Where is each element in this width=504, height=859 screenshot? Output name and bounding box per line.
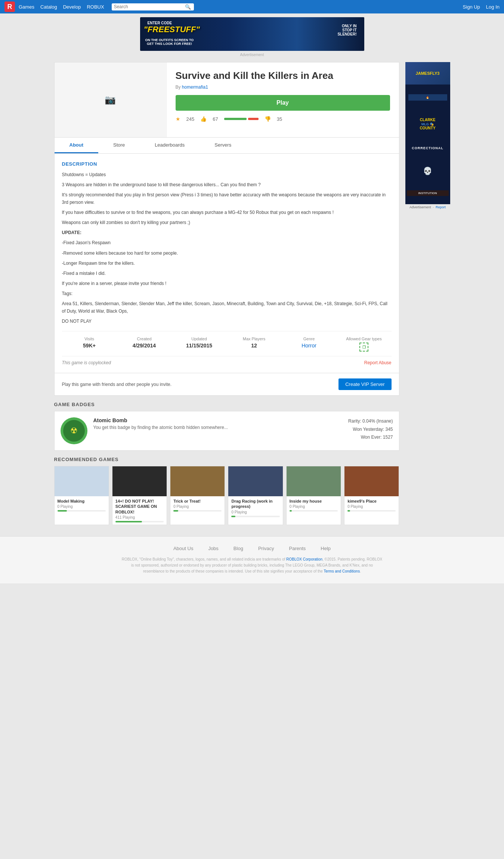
tab-about[interactable]: About <box>55 138 99 153</box>
rec-game-bar-3 <box>231 516 279 517</box>
footer-about[interactable]: About Us <box>173 546 193 551</box>
footer-legal-end: . <box>360 569 361 573</box>
left-content: 📷 Survive and Kill the Killers in Area B… <box>54 62 399 525</box>
rec-game-name-4: Inside my house <box>290 498 338 504</box>
play-button[interactable]: Play <box>176 95 390 111</box>
star-count: 245 <box>186 116 195 122</box>
create-vip-server-button[interactable]: Create VIP Server <box>338 378 391 390</box>
banner-wrapper: ENTER CODE "FREESTUFF" ON THE OUTFITS SC… <box>0 13 504 58</box>
login-link[interactable]: Log In <box>486 4 500 10</box>
stat-created-value: 4/29/2014 <box>117 343 172 349</box>
report-abuse-link[interactable]: Report Abuse <box>364 360 392 365</box>
game-title: Survive and Kill the Killers in Area <box>176 70 390 82</box>
rec-game-bar-5 <box>347 510 396 512</box>
rec-game-4[interactable]: Inside my house 0 Playing <box>286 466 341 525</box>
tabs-bar: About Store Leaderboards Servers <box>54 138 399 154</box>
banner-subtitle: ON THE OUTFITS SCREEN TO GET THIS LOOK F… <box>145 38 194 46</box>
stats-row: Visits 59K+ Created 4/29/2014 Updated 11… <box>62 331 392 352</box>
stat-gear-value: ❐ <box>337 343 392 352</box>
stat-created-label: Created <box>117 337 172 341</box>
rec-game-players-2: 0 Playing <box>173 504 222 509</box>
stat-visits-label: Visits <box>62 337 117 341</box>
footer-blog[interactable]: Blog <box>234 546 243 551</box>
stat-genre-value[interactable]: Horror <box>282 343 337 349</box>
content-panel: DESCRIPTION Shutdowns = Updates 3 Weapon… <box>54 154 399 373</box>
sidebar-ad-top: JAMESFLY3 <box>405 62 450 85</box>
rec-game-bar-0 <box>58 510 106 512</box>
signup-link[interactable]: Sign Up <box>463 4 480 10</box>
desc-tags: Area 51, Killers, Slenderman, Slender, S… <box>62 300 392 315</box>
desc-tags-label: Tags: <box>62 290 392 297</box>
star-icon: ★ <box>176 116 180 122</box>
rec-game-0[interactable]: Model Making 0 Playing <box>54 466 109 525</box>
rec-game-name-5: kimee9's Place <box>347 498 396 504</box>
recommended-title: RECOMMENDED GAMES <box>54 457 399 462</box>
stat-maxplayers-value: 12 <box>227 343 282 349</box>
tab-store[interactable]: Store <box>98 138 140 153</box>
rec-game-bar-4 <box>290 510 338 512</box>
badge-name: Atomic Bomb <box>93 417 343 423</box>
rec-game-body-4: Inside my house 0 Playing <box>287 496 341 514</box>
copylocked-text: This game is copylocked <box>62 360 111 365</box>
desc-line-2: It's strongly recommended that you play … <box>62 191 392 206</box>
game-header-card: 📷 Survive and Kill the Killers in Area B… <box>54 62 399 138</box>
thumbs-up-icon: 👍 <box>200 116 207 122</box>
logo[interactable]: R <box>4 1 15 12</box>
rec-game-players-3: 0 Playing <box>231 510 279 514</box>
footer-roblox-corp-link[interactable]: ROBLOX Corporation <box>286 557 322 561</box>
rec-game-name-2: Trick or Treat! <box>173 498 222 504</box>
game-author-link[interactable]: homermafia1 <box>182 85 208 90</box>
rec-game-1[interactable]: 14+! DO NOT PLAY! SCARIEST GAME ON ROBLO… <box>112 466 167 525</box>
right-sidebar: JAMESFLY3 🔥 CLARKEMLG 🎭COUNTY CORRECTION… <box>405 62 450 210</box>
footer-help[interactable]: Help <box>321 546 331 551</box>
bar-green <box>224 118 247 120</box>
rec-game-thumb-1 <box>112 466 167 496</box>
bar-red <box>248 118 259 120</box>
sidebar-ad-label: Advertisement · Report <box>405 204 450 210</box>
search-input[interactable] <box>114 4 185 9</box>
game-badges-section: GAME BADGES ☢ Atomic Bomb You get this b… <box>54 402 399 451</box>
sidebar-entry-institution: INSTITUTION <box>407 190 449 196</box>
stat-visits-value: 59K+ <box>62 343 117 349</box>
nav-right: Sign Up Log In <box>463 4 500 10</box>
nav-catalog[interactable]: Catalog <box>40 4 57 10</box>
footer-terms-link[interactable]: Terms and Conditions <box>324 569 360 573</box>
sidebar-entry-clark: CLARKEMLG 🎭COUNTY <box>407 116 449 132</box>
rating-row: ★ 245 👍 67 👎 35 <box>176 116 390 122</box>
description-title: DESCRIPTION <box>62 161 392 167</box>
sidebar-ad[interactable]: JAMESFLY3 🔥 CLARKEMLG 🎭COUNTY CORRECTION… <box>405 62 450 204</box>
badge-rarity: Rarity: 0.04% (Insane) <box>348 417 393 426</box>
footer-parents[interactable]: Parents <box>289 546 306 551</box>
nav-develop[interactable]: Develop <box>63 4 81 10</box>
footer-privacy[interactable]: Privacy <box>258 546 274 551</box>
tab-leaderboards[interactable]: Leaderboards <box>140 138 200 153</box>
gear-icon: ❐ <box>359 343 368 352</box>
banner-ad-label: Advertisement <box>0 53 504 57</box>
sidebar-ad-middle: 🔥 CLARKEMLG 🎭COUNTY CORRECTIONAL 💀 INSTI… <box>405 85 450 204</box>
rec-game-2[interactable]: Trick or Treat! 0 Playing <box>170 466 225 525</box>
footer-jobs[interactable]: Jobs <box>208 546 218 551</box>
desc-line-3: If you have difficulties to survive or t… <box>62 209 392 216</box>
sidebar-report-link[interactable]: Report <box>436 205 446 209</box>
rec-game-players-4: 0 Playing <box>290 504 338 509</box>
nav-games[interactable]: Games <box>19 4 34 10</box>
badge-stats: Rarity: 0.04% (Insane) Won Yesterday: 34… <box>348 417 393 442</box>
tab-servers[interactable]: Servers <box>200 138 246 153</box>
vip-server-text: Play this game with friends and other pe… <box>62 382 172 387</box>
stat-created: Created 4/29/2014 <box>117 337 172 352</box>
search-icon[interactable]: 🔍 <box>185 4 191 10</box>
sidebar-entry-1: 🔥 <box>407 93 449 103</box>
rec-game-3[interactable]: Drag Racing (work in progress) 0 Playing <box>228 466 283 525</box>
desc-update-4: -Fixed a mistake I did. <box>62 270 392 277</box>
rec-game-thumb-3 <box>228 466 282 496</box>
badge-info: Atomic Bomb You get this badge by findin… <box>93 417 343 430</box>
rec-game-5[interactable]: kimee9's Place 0 Playing <box>344 466 399 525</box>
badge-inner-circle: ☢ <box>63 420 85 442</box>
stat-visits: Visits 59K+ <box>62 337 117 352</box>
badge-card: ☢ Atomic Bomb You get this badge by find… <box>54 411 399 451</box>
stat-gear-label: Allowed Gear types <box>337 337 392 341</box>
rec-game-players-5: 0 Playing <box>347 504 396 509</box>
banner-ad[interactable]: ENTER CODE "FREESTUFF" ON THE OUTFITS SC… <box>140 17 364 51</box>
banner-freestuff-text: "FREESTUFF" <box>144 25 200 34</box>
nav-robux[interactable]: ROBUX <box>87 4 104 10</box>
